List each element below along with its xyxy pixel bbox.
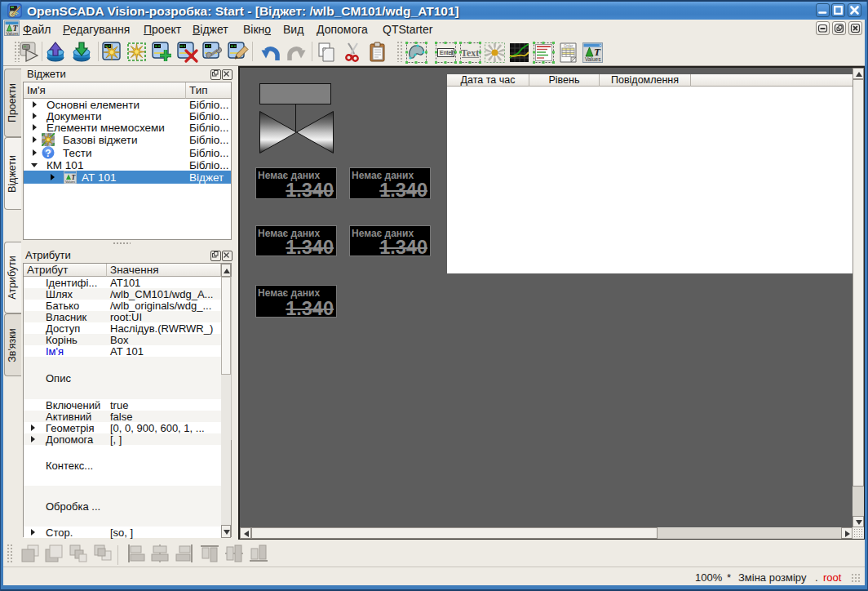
svg-text:Text: Text bbox=[461, 47, 479, 59]
svg-text:Values: Values bbox=[65, 180, 75, 184]
svg-text:Order: Order bbox=[564, 44, 574, 48]
svg-text:Values: Values bbox=[7, 31, 19, 36]
svg-text:?: ? bbox=[45, 148, 51, 159]
svg-text:Values: Values bbox=[585, 56, 601, 62]
